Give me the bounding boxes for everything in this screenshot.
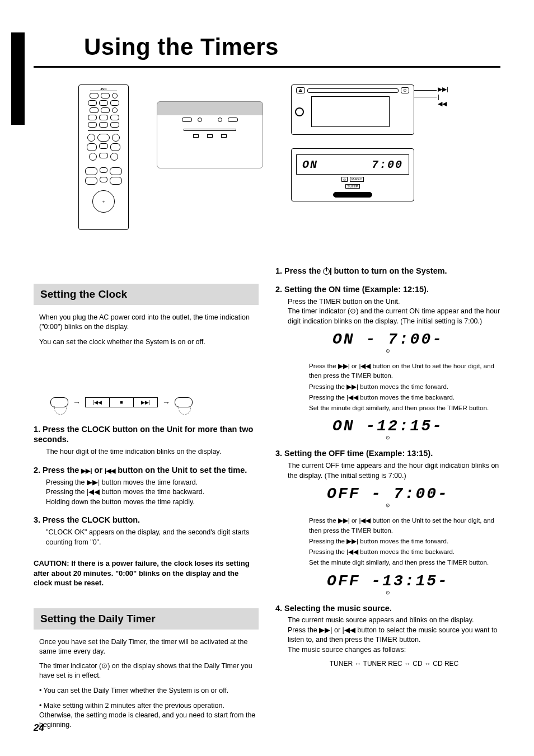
- daily-intro-2: The timer indicator (⊙) on the display s…: [34, 661, 259, 680]
- power-icon: [323, 268, 330, 275]
- t3-sub4: Pressing the |◀◀ button moves the time b…: [275, 547, 500, 557]
- clock-step-3: 3. Press the CLOCK button.: [34, 515, 259, 525]
- t4-sub3: The music source changes as follows:: [275, 645, 500, 655]
- remote-brand: JVC: [90, 87, 117, 91]
- section-daily-timer: Setting the Daily Timer: [34, 608, 259, 630]
- seg-on-700: ON - 7:00-: [298, 331, 478, 348]
- t4-sub2: Press the ▶▶| or |◀◀ button to select th…: [275, 626, 500, 645]
- t2-sub4: Pressing the ▶▶| button moves the time f…: [275, 382, 500, 392]
- t4-cycle: TUNER ↔ TUNER REC ↔ CD ↔ CD REC: [275, 659, 500, 669]
- t3-sub1: The current OFF time appears and the hou…: [275, 461, 500, 481]
- lcd-time: 7:00: [372, 158, 403, 171]
- clock-step-2-sub3: Holding down the button moves the time r…: [34, 497, 259, 508]
- side-tab: [11, 32, 25, 125]
- daily-note-2: • Make setting within 2 minutes after th…: [34, 701, 259, 730]
- clock-step-1: 1. Press the CLOCK button on the Unit fo…: [34, 424, 259, 445]
- lcd-on-label: ON: [302, 158, 318, 171]
- clock-step-1-sub: The hour digit of the time indication bl…: [34, 447, 259, 457]
- timer-step-2: 2. Setting the ON time (Example: 12:15).: [275, 284, 500, 295]
- daily-intro-1: Once you have set the Daily Timer, the t…: [34, 637, 259, 656]
- figure-cd-unit: [157, 101, 263, 168]
- section-setting-clock: Setting the Clock: [34, 284, 259, 305]
- figure-main-unit: ⏏⊙ ▶▶| |◀◀ ON 7:00 ⊙M·REC SLEEP: [291, 84, 431, 201]
- clock-step-2: 2. Press the ▶▶| or |◀◀ button on the Un…: [34, 465, 259, 476]
- left-column: Setting the Clock When you plug the AC p…: [34, 258, 259, 735]
- timer-step-4: 4. Selecting the music source.: [275, 603, 500, 614]
- timer-step-1: 1. Press the button to turn on the Syste…: [275, 266, 500, 276]
- lead-next-icon: ▶▶|: [438, 86, 448, 93]
- t2-sub6: Set the minute digit similarly, and then…: [275, 403, 500, 413]
- t4-sub1: The current music source appears and bli…: [275, 616, 500, 626]
- clock-step-3-sub: "CLOCK OK" appears on the display, and t…: [34, 528, 259, 547]
- clock-step-2-sub1: Pressing the ▶▶| button moves the time f…: [34, 478, 259, 488]
- clock-intro-1: When you plug the AC power cord into the…: [34, 313, 259, 332]
- page-title: Using the Timers: [84, 34, 500, 60]
- timer-step-2-sub1: Press the TIMER button on the Unit.: [275, 297, 500, 307]
- timer-step-2-sub2: The timer indicator (⊙) and the current …: [275, 307, 500, 326]
- t2-sub3: Press the ▶▶| or |◀◀ button on the Unit …: [275, 361, 500, 381]
- seg-off-700: OFF - 7:00-: [298, 485, 478, 503]
- page-number: 24: [34, 722, 44, 734]
- clock-intro-2: You can set the clock whether the System…: [34, 337, 259, 347]
- seg-off-1315: OFF -13:15-: [298, 572, 478, 590]
- lead-prev-icon: |◀◀: [438, 93, 447, 107]
- clock-step-2-sub2: Pressing the |◀◀ button moves the time b…: [34, 487, 259, 497]
- t3-sub2: Press the ▶▶| or |◀◀ button on the Unit …: [275, 516, 500, 536]
- t3-sub3: Pressing the ▶▶| button moves the time f…: [275, 537, 500, 546]
- timer-step-3: 3. Setting the OFF time (Example: 13:15)…: [275, 448, 500, 459]
- content-columns: Setting the Clock When you plug the AC p…: [34, 258, 500, 735]
- seg-on-1215: ON -12:15-: [298, 417, 478, 435]
- daily-note-1: • You can set the Daily Timer whether th…: [34, 686, 259, 696]
- jog-dial-icon: ＋: [92, 190, 115, 213]
- figure-remote: JVC ＋: [78, 84, 129, 230]
- title-rule: [34, 66, 500, 68]
- clock-caution: CAUTION: If there is a power failure, th…: [34, 558, 259, 588]
- hero-figures: JVC ＋ ⏏⊙ ▶▶| |◀◀ ON 7:00: [78, 84, 500, 236]
- t2-sub5: Pressing the |◀◀ button moves the time b…: [275, 393, 500, 402]
- clock-button-diagram: → |◀◀ ■ ▶▶| →: [50, 397, 259, 407]
- t3-sub5: Set the minute digit similarly, and then…: [275, 558, 500, 567]
- snooze-button-icon: [333, 192, 372, 198]
- right-column: 1. Press the button to turn on the Syste…: [275, 258, 500, 735]
